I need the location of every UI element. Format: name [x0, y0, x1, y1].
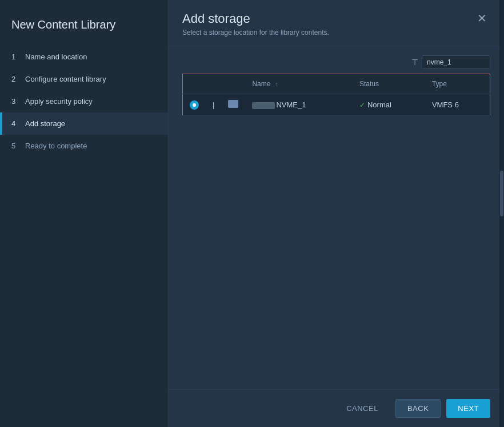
close-button[interactable]: ✕ [474, 11, 490, 25]
status-check-icon: ✓ [359, 101, 365, 109]
row-type: VMFS 6 [432, 100, 459, 109]
col-sep [206, 74, 221, 94]
row-status: Normal [367, 100, 391, 109]
modal-overlay: New Content Library 1 Name and location … [0, 0, 504, 427]
storage-table: Name ↑ Status Type [182, 74, 490, 116]
step-num-5: 5 [11, 142, 19, 150]
row-radio-button[interactable] [190, 100, 199, 110]
cancel-button[interactable]: CANCEL [335, 399, 390, 418]
filter-bar: ⊤ [182, 55, 490, 69]
main-subtitle: Select a storage location for the librar… [182, 29, 329, 37]
radio-inner [193, 103, 196, 107]
filter-input[interactable] [422, 55, 490, 69]
row-sep-cell: | [206, 94, 221, 116]
scrollbar-thumb[interactable] [500, 171, 503, 216]
table-row[interactable]: | NVME_1 ✓ Normal [183, 94, 490, 116]
step-num-1: 1 [11, 53, 19, 61]
sidebar-item-label-1: Name and location [25, 53, 87, 61]
sidebar-item-label-4: Add storage [25, 119, 65, 128]
row-select-cell[interactable] [183, 94, 206, 116]
datastore-icon [228, 100, 238, 108]
table-body: | NVME_1 ✓ Normal [183, 94, 490, 116]
storage-area: ⊤ Name ↑ Status [169, 46, 504, 389]
sidebar-item-1[interactable]: 1 Name and location [0, 46, 168, 68]
step-num-2: 2 [11, 75, 19, 83]
sidebar-item-label-2: Configure content library [25, 75, 106, 83]
col-select [183, 74, 206, 94]
step-num-3: 3 [11, 97, 19, 106]
sidebar-item-label-3: Apply security policy [25, 97, 93, 106]
step-num-4: 4 [11, 119, 19, 128]
row-name: NVME_1 [276, 100, 306, 109]
main-title: Add storage [182, 11, 329, 26]
row-icon-cell [221, 94, 245, 116]
row-status-cell: ✓ Normal [353, 94, 425, 116]
modal-footer: CANCEL BACK NEXT [169, 389, 504, 427]
col-status[interactable]: Status [353, 74, 425, 94]
main-content: Add storage Select a storage location fo… [169, 0, 504, 427]
main-header: Add storage Select a storage location fo… [169, 0, 504, 46]
sidebar-title: New Content Library [0, 11, 168, 46]
header-text: Add storage Select a storage location fo… [182, 11, 329, 37]
sidebar-item-5[interactable]: 5 Ready to complete [0, 135, 168, 157]
sidebar: New Content Library 1 Name and location … [0, 0, 169, 427]
table-header: Name ↑ Status Type [183, 74, 490, 94]
filter-icon: ⊤ [411, 58, 418, 67]
sidebar-item-4[interactable]: 4 Add storage [0, 112, 168, 135]
sidebar-item-2[interactable]: 2 Configure content library [0, 68, 168, 90]
status-container: ✓ Normal [359, 100, 418, 109]
sidebar-item-label-5: Ready to complete [25, 142, 87, 150]
scrollbar-track[interactable] [499, 0, 504, 427]
row-name-cell: NVME_1 [245, 94, 353, 116]
active-step-indicator [0, 112, 2, 135]
back-button[interactable]: BACK [395, 399, 441, 418]
row-type-cell: VMFS 6 [425, 94, 490, 116]
sidebar-item-3[interactable]: 3 Apply security policy [0, 90, 168, 112]
sort-icon: ↑ [275, 81, 278, 87]
name-blurred [252, 102, 275, 109]
next-button[interactable]: NEXT [446, 399, 490, 418]
col-type[interactable]: Type [425, 74, 490, 94]
col-name[interactable]: Name ↑ [245, 74, 353, 94]
col-icon [221, 74, 245, 94]
